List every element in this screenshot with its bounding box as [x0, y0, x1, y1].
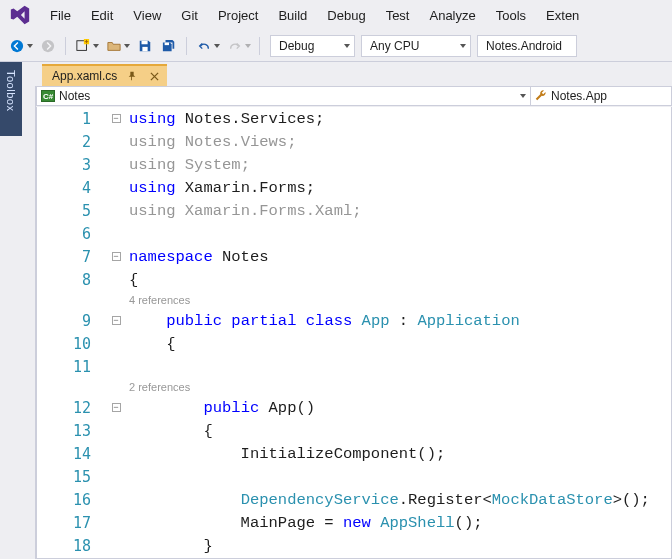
line-number: 4 — [37, 179, 107, 197]
code-line: public App() — [125, 399, 315, 417]
line-number: 1 — [37, 110, 107, 128]
line-number: 9 — [37, 312, 107, 330]
line-number: 16 — [37, 491, 107, 509]
document-tab-title: App.xaml.cs — [52, 69, 117, 83]
wrench-icon — [535, 89, 547, 104]
line-number: 10 — [37, 335, 107, 353]
menu-extensions[interactable]: Exten — [536, 3, 589, 28]
menu-analyze[interactable]: Analyze — [419, 3, 485, 28]
line-number: 3 — [37, 156, 107, 174]
menu-edit[interactable]: Edit — [81, 3, 123, 28]
line-number: 5 — [37, 202, 107, 220]
line-number: 2 — [37, 133, 107, 151]
nav-project-dropdown[interactable]: C# Notes — [37, 87, 531, 105]
code-line: using System; — [125, 156, 250, 174]
solution-platform-value: Any CPU — [370, 39, 419, 53]
redo-button[interactable] — [224, 35, 253, 57]
code-line: InitializeComponent(); — [125, 445, 445, 463]
code-line: using Notes.Views; — [125, 133, 296, 151]
menu-file[interactable]: File — [40, 3, 81, 28]
pin-tab-icon[interactable] — [125, 69, 139, 83]
fold-toggle-icon[interactable]: − — [112, 403, 121, 412]
menu-debug[interactable]: Debug — [317, 3, 375, 28]
editor-nav-bar: C# Notes Notes.App — [36, 86, 672, 106]
csharp-badge-icon: C# — [41, 90, 55, 102]
line-number: 17 — [37, 514, 107, 532]
nav-forward-button[interactable] — [37, 35, 59, 57]
codelens-references[interactable]: 4 references — [125, 294, 190, 306]
menu-view[interactable]: View — [123, 3, 171, 28]
menu-tools[interactable]: Tools — [486, 3, 536, 28]
code-line: DependencyService.Register<MockDataStore… — [125, 491, 650, 509]
nav-type-dropdown[interactable]: Notes.App — [531, 87, 671, 105]
line-number: 8 — [37, 271, 107, 289]
menu-git[interactable]: Git — [171, 3, 208, 28]
code-line: public partial class App : Application — [125, 312, 520, 330]
fold-toggle-icon[interactable]: − — [112, 252, 121, 261]
save-button[interactable] — [134, 35, 156, 57]
line-number: 14 — [37, 445, 107, 463]
solution-config-dropdown[interactable]: Debug — [270, 35, 355, 57]
svg-rect-6 — [165, 42, 169, 45]
save-all-button[interactable] — [158, 35, 180, 57]
editor-area: App.xaml.cs C# Notes Notes.App — [0, 62, 672, 559]
svg-rect-5 — [142, 46, 147, 50]
menu-test[interactable]: Test — [376, 3, 420, 28]
nav-project-name: Notes — [59, 89, 90, 103]
line-number: 15 — [37, 468, 107, 486]
nav-type-name: Notes.App — [551, 89, 607, 103]
fold-toggle-icon[interactable]: − — [112, 114, 121, 123]
dock-gutter — [0, 62, 36, 559]
line-number: 11 — [37, 358, 107, 376]
vs-logo-icon — [6, 1, 34, 29]
line-number: 18 — [37, 537, 107, 555]
menu-project[interactable]: Project — [208, 3, 268, 28]
solution-platform-dropdown[interactable]: Any CPU — [361, 35, 471, 57]
code-line: using Xamarin.Forms.Xaml; — [125, 202, 362, 220]
code-line: { — [125, 271, 138, 289]
solution-config-value: Debug — [279, 39, 314, 53]
code-editor[interactable]: 1−using Notes.Services; 2using Notes.Vie… — [36, 107, 672, 559]
code-line: using Xamarin.Forms; — [125, 179, 315, 197]
line-number: 13 — [37, 422, 107, 440]
nav-back-button[interactable] — [6, 35, 35, 57]
code-line: { — [125, 335, 176, 353]
menu-build[interactable]: Build — [268, 3, 317, 28]
line-number: 6 — [37, 225, 107, 243]
code-line: { — [125, 422, 213, 440]
codelens-references[interactable]: 2 references — [125, 381, 190, 393]
document-tab-well: App.xaml.cs — [0, 62, 672, 86]
toolbox-label: Toolbox — [5, 70, 17, 111]
svg-point-1 — [42, 39, 54, 51]
code-line: namespace Notes — [125, 248, 269, 266]
toolbox-autohide-tab[interactable]: Toolbox — [0, 62, 22, 136]
menu-bar: File Edit View Git Project Build Debug T… — [0, 0, 672, 30]
startup-project-value: Notes.Android — [486, 39, 562, 53]
code-line: MainPage = new AppShell(); — [125, 514, 482, 532]
svg-rect-4 — [142, 40, 148, 44]
undo-button[interactable] — [193, 35, 222, 57]
line-number: 12 — [37, 399, 107, 417]
standard-toolbar: Debug Any CPU Notes.Android — [0, 30, 672, 62]
code-line: using Notes.Services; — [125, 110, 324, 128]
startup-project-dropdown[interactable]: Notes.Android — [477, 35, 577, 57]
document-tab-active[interactable]: App.xaml.cs — [42, 64, 167, 86]
line-number: 7 — [37, 248, 107, 266]
open-file-button[interactable] — [103, 35, 132, 57]
svg-point-0 — [11, 39, 23, 51]
fold-toggle-icon[interactable]: − — [112, 316, 121, 325]
new-project-button[interactable] — [72, 35, 101, 57]
close-tab-icon[interactable] — [147, 69, 161, 83]
code-line: } — [125, 537, 213, 555]
